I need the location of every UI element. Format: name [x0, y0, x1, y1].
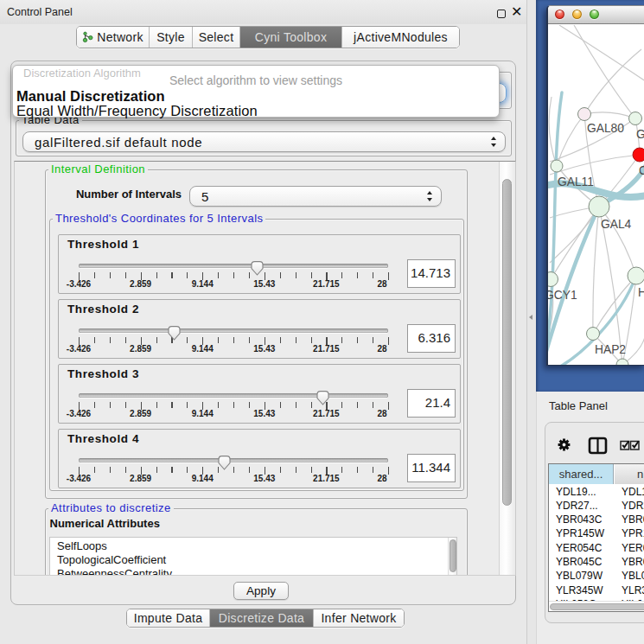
checkbox-icon[interactable]	[631, 441, 640, 450]
attributes-group-label: Attributes to discretize	[48, 502, 174, 514]
table-horizontal-scrollbar[interactable]	[549, 601, 644, 611]
checkbox-icon[interactable]	[621, 441, 629, 450]
threshold-slider-1[interactable]: -3.4262.8599.14415.4321.71528	[59, 235, 460, 293]
column-header-name[interactable]: n	[615, 464, 644, 484]
attributes-list-scrollbar-thumb[interactable]	[450, 539, 456, 572]
tab-network[interactable]: Network	[77, 27, 150, 48]
threshold-value-field[interactable]: 14.713	[407, 259, 456, 288]
slider-track[interactable]	[79, 458, 388, 462]
network-edge[interactable]	[599, 207, 636, 276]
table-row[interactable]: YER054CYER0	[549, 541, 644, 555]
network-node[interactable]	[629, 112, 642, 125]
attribute-item[interactable]: TopologicalCoefficient	[57, 553, 166, 566]
table-row[interactable]: YBR043CYBR0	[549, 513, 644, 526]
splitter-collapse-icon[interactable]	[529, 315, 532, 320]
network-node[interactable]	[578, 108, 591, 121]
tab-style[interactable]: Style	[150, 27, 193, 48]
algorithm-option-prompt[interactable]: Select algorithm to view settings	[13, 73, 499, 87]
network-window-titlebar[interactable]	[548, 6, 644, 24]
threshold-slider-3[interactable]: -3.4262.8599.14415.4321.71528	[59, 365, 460, 423]
network-node-label: GAL11	[558, 175, 594, 188]
table-row[interactable]: YLR345WYLR3	[549, 583, 644, 597]
threshold-value-field[interactable]: 21.4	[407, 389, 456, 418]
attributes-list-scrollbar[interactable]	[448, 538, 456, 576]
slider-tick	[94, 337, 95, 343]
slider-tick-label: 28	[377, 344, 386, 354]
slider-thumb[interactable]	[167, 325, 182, 341]
network-edge[interactable]	[593, 207, 599, 334]
network-node-label: GAL80	[587, 122, 624, 135]
table-row[interactable]: YPR145WYPR1	[549, 526, 644, 540]
network-edge[interactable]	[559, 25, 644, 81]
slider-tick-label: 15.43	[253, 409, 275, 418]
settings-scrollbar-thumb[interactable]	[502, 179, 512, 506]
network-node[interactable]	[551, 160, 563, 172]
close-icon[interactable]: ✕	[511, 3, 522, 20]
slider-track[interactable]	[79, 328, 388, 333]
settings-scrollbar[interactable]	[499, 162, 513, 575]
network-node[interactable]	[589, 196, 609, 217]
tab-discretize-data[interactable]: Discretize Data	[210, 609, 314, 627]
tab-impute-data[interactable]: Impute Data	[127, 609, 210, 627]
numerical-attributes-list[interactable]: SelfLoopsTopologicalCoefficientBetweenne…	[49, 537, 457, 576]
column-header-shared[interactable]: shared...	[549, 464, 614, 484]
threshold-value-field[interactable]: 11.344	[407, 454, 456, 482]
slider-tick	[110, 272, 111, 278]
tab-select[interactable]: Select	[193, 27, 240, 48]
slider-tick	[296, 467, 296, 473]
slider-thumb-shape[interactable]	[252, 262, 263, 275]
table-row[interactable]: YBL079WYBL0	[549, 569, 644, 583]
table-data-combobox[interactable]: galFiltered.sif default node	[22, 131, 506, 152]
network-edge[interactable]	[550, 155, 640, 175]
slider-tick-label: 2.859	[130, 279, 151, 289]
network-view-window[interactable]: GAL80G.CGAL11GAL4GCY1HHAP2	[546, 5, 644, 366]
algorithm-option-2[interactable]: Equal Width/Frequency Discretization	[16, 103, 258, 119]
slider-thumb[interactable]	[250, 260, 265, 277]
slider-tick-label: -3.426	[67, 474, 91, 483]
slider-track[interactable]	[79, 393, 388, 398]
network-desktop: GAL80G.CGAL11GAL4GCY1HHAP2	[536, 0, 644, 392]
threshold-slider-2[interactable]: -3.4262.8599.14415.4321.71528	[59, 300, 460, 358]
network-node[interactable]	[548, 272, 558, 287]
traffic-light-close[interactable]	[555, 10, 564, 19]
slider-thumb[interactable]	[217, 455, 232, 471]
attribute-item[interactable]: SelfLoops	[57, 539, 107, 552]
slider-thumb[interactable]	[316, 390, 330, 406]
network-edge[interactable]	[584, 112, 635, 118]
slider-track[interactable]	[79, 264, 388, 268]
network-edge[interactable]	[574, 25, 635, 118]
traffic-light-zoom[interactable]	[590, 10, 599, 19]
threshold-slider-4[interactable]: -3.4262.8599.14415.4321.71528	[59, 430, 460, 488]
apply-button[interactable]: Apply	[233, 582, 289, 600]
node-table[interactable]: shared...n YDL19...YDL1YDR27...YDR2YBR04…	[548, 463, 644, 612]
table-horizontal-scrollbar-thumb[interactable]	[550, 603, 644, 611]
slider-tick	[218, 337, 219, 343]
algorithm-option-1[interactable]: Manual Discretization	[16, 88, 165, 105]
panel-splitter[interactable]	[527, 0, 536, 644]
number-of-intervals-value: 5	[201, 189, 209, 204]
network-canvas[interactable]: GAL80G.CGAL11GAL4GCY1HHAP2	[548, 25, 644, 365]
network-node[interactable]	[587, 328, 600, 341]
table-row[interactable]: YDR27...YDR2	[549, 499, 644, 513]
table-row[interactable]: YDL19...YDL1	[549, 485, 644, 499]
network-node[interactable]	[633, 148, 644, 162]
slider-tick	[249, 402, 250, 408]
float-window-icon[interactable]	[497, 10, 506, 18]
attribute-item[interactable]: BetweennessCentrality	[57, 567, 172, 576]
columns-icon[interactable]	[590, 438, 606, 453]
threshold-value-field[interactable]: 6.316	[407, 324, 456, 353]
tab-cyni-toolbox[interactable]: Cyni Toolbox	[240, 27, 342, 48]
slider-tick	[156, 467, 157, 473]
gear-icon[interactable]	[558, 439, 571, 451]
table-data-group: Table Data galFiltered.sif default node	[16, 120, 512, 156]
tab-jactivemnodules[interactable]: jActiveMNodules	[342, 27, 459, 48]
number-of-intervals-combobox[interactable]: 5	[189, 186, 442, 207]
control-panel-tabbar: NetworkStyleSelectCyni ToolboxjActiveMNo…	[76, 26, 460, 48]
slider-thumb-shape[interactable]	[219, 456, 230, 469]
slider-thumb-shape[interactable]	[317, 392, 328, 405]
tab-infer-network[interactable]: Infer Network	[314, 609, 404, 627]
traffic-light-minimize[interactable]	[572, 10, 582, 19]
network-node[interactable]	[628, 267, 644, 284]
slider-thumb-shape[interactable]	[169, 327, 180, 340]
table-row[interactable]: YBR045CYBR0	[549, 555, 644, 569]
